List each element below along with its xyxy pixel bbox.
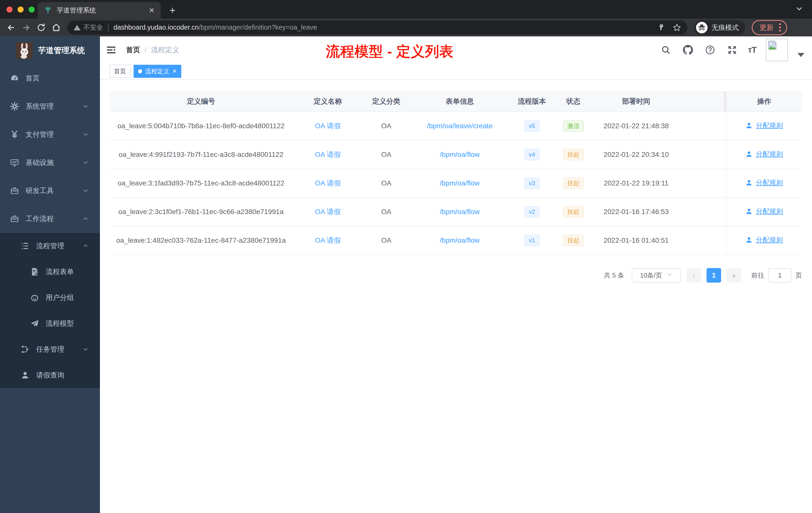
assign-rule-label: 分配规则 [756,150,783,159]
sidebar-item-user-group[interactable]: 用户分组 [0,284,100,310]
form-icon [30,267,40,277]
sidebar-item-label: 请假查询 [36,370,64,380]
cell-category: OA [364,112,409,140]
definition-name-link[interactable]: OA 请假 [315,151,341,158]
cell-form: /bpm/oa/flow [409,140,511,169]
tag-label: 首页 [114,67,126,75]
cell-deploy: 2022-01-22 21:48:38 [593,112,679,140]
monitor-icon [9,158,20,168]
help-icon[interactable] [704,44,716,56]
tab-close-icon[interactable]: ✕ [149,6,155,14]
sidebar-item-devtools[interactable]: 研发工具 [0,177,100,205]
assign-rule-button[interactable]: 分配规则 [745,235,783,244]
sidebar-item-leave-query[interactable]: 请假查询 [0,362,100,388]
password-key-icon[interactable] [657,23,665,32]
cell-action: 分配规则 [726,226,802,255]
sidebar-item-system[interactable]: 系统管理 [0,92,100,120]
person-icon [745,208,753,215]
sidebar-item-process-manage[interactable]: 流程管理 [0,233,100,259]
definition-name-link[interactable]: OA 请假 [315,179,341,187]
url-text[interactable]: dashboard.yudao.iocoder.cn/bpm/manager/d… [114,24,652,31]
forward-button[interactable] [19,20,34,35]
macos-window-controls[interactable] [6,6,35,12]
assign-rule-button[interactable]: 分配规则 [745,178,783,187]
table-row-5: oa_leave:1:482ec033-762a-11ec-8477-a2380… [110,226,802,255]
chevron-up-icon [82,216,89,222]
sidebar-item-task-manage[interactable]: 任务管理 [0,336,100,362]
workflow-submenu: 流程管理流程表单用户分组流程模型任务管理请假查询 [0,233,100,388]
browser-tab[interactable]: 芋道管理系统 ✕ [38,2,161,19]
sidebar-item-process-model[interactable]: 流程模型 [0,310,100,336]
font-size-icon[interactable]: тT [748,45,756,55]
pagination-goto-input[interactable] [768,268,791,282]
select-chevron-down-icon [667,272,673,279]
sidebar-item-payment[interactable]: 支付管理 [0,120,100,149]
user-avatar[interactable] [766,39,788,61]
app-logo[interactable]: 芋道管理系统 [0,36,100,64]
form-link[interactable]: /bpm/oa/flow [440,151,480,158]
back-button[interactable] [3,20,19,35]
breadcrumb-home-link[interactable]: 首页 [126,45,140,55]
pagination-next-button[interactable]: › [727,268,741,282]
cell-name: OA 请假 [292,198,364,226]
github-icon[interactable] [682,44,694,56]
column-header-version: 流程版本 [511,91,553,112]
incognito-profile-chip[interactable]: 无痕模式 [694,20,745,35]
new-tab-button[interactable]: + [166,3,179,17]
tag-active-1[interactable]: 流程定义✕ [134,65,181,78]
sidebar-item-workflow[interactable]: 工作流程 [0,205,100,233]
pagination-total: 共 5 条 [604,271,624,280]
address-bar[interactable]: 不安全 dashboard.yudao.iocoder.cn/bpm/manag… [67,21,688,35]
cell-version: v3 [511,169,553,198]
pagination-prev-button[interactable]: ‹ [687,268,701,282]
not-secure-badge[interactable]: 不安全 [73,23,103,32]
tag-item-0[interactable]: 首页 [110,65,130,78]
chevron-down-icon [82,131,89,138]
assign-rule-button[interactable]: 分配规则 [745,150,783,159]
sidebar-collapse-button[interactable] [100,36,122,63]
sidebar-item-home[interactable]: 首页 [0,64,100,92]
sidebar-item-infrastructure[interactable]: 基础设施 [0,149,100,177]
form-link[interactable]: /bpm/oa/flow [440,208,480,216]
definition-name-link[interactable]: OA 请假 [315,236,341,244]
url-host: dashboard.yudao.iocoder.cn [114,24,199,31]
url-path: /bpm/manager/definition?key=oa_leave [199,24,317,31]
cell-status: 挂起 [553,169,593,198]
breadcrumb-current: 流程定义 [151,45,179,55]
main-area: 首页 / 流程定义 тT [100,36,812,513]
person-icon [745,150,753,158]
reload-button[interactable] [34,20,49,35]
pagination-page-1[interactable]: 1 [706,268,721,282]
version-tag: v5 [524,120,540,132]
broken-image-icon [767,40,777,50]
minimize-window-button[interactable] [18,6,24,12]
form-link[interactable]: /bpm/oa/leave/create [427,122,493,130]
tab-search-chevron-icon[interactable] [795,4,804,15]
form-link[interactable]: /bpm/oa/flow [440,236,480,244]
app-window: 芋道管理系统 首页系统管理支付管理基础设施研发工具工作流程流程管理流程表单用户分… [0,36,812,513]
browser-update-button[interactable]: 更新 [752,20,787,35]
gear-icon [9,101,20,112]
app-title: 芋道管理系统 [38,45,85,56]
table-row-1: oa_leave:5:004b710b-7b8a-11ec-8ef0-acde4… [110,112,802,140]
assign-rule-button[interactable]: 分配规则 [745,121,783,130]
search-icon[interactable] [660,44,672,56]
fullscreen-icon[interactable] [726,44,738,56]
sidebar-item-process-form[interactable]: 流程表单 [0,259,100,284]
flow-icon [20,344,30,354]
definition-name-link[interactable]: OA 请假 [315,122,341,130]
page-size-select[interactable]: 10条/页 [632,268,681,282]
home-button[interactable] [49,20,64,35]
avatar-dropdown-icon[interactable] [798,53,805,57]
form-link[interactable]: /bpm/oa/flow [440,179,480,187]
browser-menu-icon[interactable] [779,23,781,32]
cell-version: v1 [511,226,553,255]
assign-rule-button[interactable]: 分配规则 [745,207,783,216]
definition-name-link[interactable]: OA 请假 [315,208,341,216]
close-window-button[interactable] [6,6,12,12]
sidebar-item-label: 基础设施 [26,158,54,168]
maximize-window-button[interactable] [29,6,35,12]
tag-close-icon[interactable]: ✕ [172,68,177,74]
warning-icon [73,24,81,31]
bookmark-star-icon[interactable] [672,23,682,32]
